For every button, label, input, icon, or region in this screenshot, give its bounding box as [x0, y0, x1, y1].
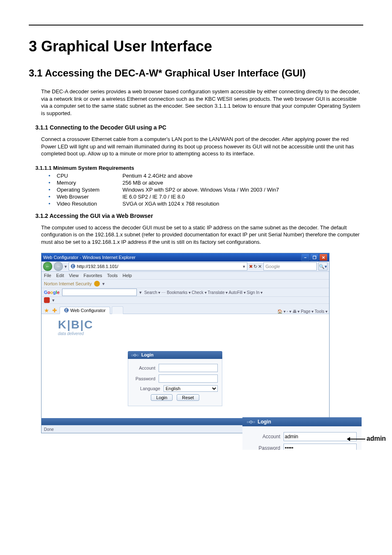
- search-box[interactable]: Google: [263, 262, 317, 271]
- password-label: Password: [132, 376, 159, 381]
- bullet-icon: •: [48, 173, 57, 179]
- menu-tools[interactable]: Tools: [107, 273, 118, 278]
- chapter-title: 3 Graphical User Interface: [29, 38, 363, 55]
- page-tools[interactable]: 🏠 ▾ ▫ ▾ 🖶 ▾ Page ▾ Tools ▾: [277, 309, 327, 314]
- inset-account-label: Account: [247, 434, 284, 439]
- norton-icon[interactable]: [94, 281, 100, 287]
- bullet-icon: •: [48, 180, 57, 186]
- google-logo[interactable]: Google: [44, 290, 60, 295]
- requirement-label: Web Browser: [57, 194, 122, 200]
- tab-bar: ★ ✚ 🅔 Web Configurator 🏠 ▾ ▫ ▾ 🖶 ▾ Page …: [42, 304, 329, 314]
- requirement-label: Video Resolution: [57, 201, 122, 207]
- bullet-icon: •: [48, 201, 57, 207]
- account-input[interactable]: [159, 364, 218, 372]
- requirement-row: • Video Resolution SVGA or XGA with 1024…: [48, 201, 363, 207]
- requirement-value: IE 6.0 SP2 / IE 7.0 / IE 8.0: [122, 194, 363, 200]
- new-tab-button[interactable]: [112, 306, 123, 314]
- back-button[interactable]: ←: [43, 262, 52, 271]
- requirement-value: Pentium 4 2.4GHz and above: [122, 173, 363, 179]
- favorites-star-icon[interactable]: ★: [43, 307, 50, 314]
- password-input[interactable]: [159, 375, 218, 383]
- google-search-box[interactable]: [62, 289, 137, 296]
- requirements-list: • CPU Pentium 4 2.4GHz and above • Memor…: [48, 173, 363, 207]
- requirement-label: Memory: [57, 180, 122, 186]
- requirement-value: 256 MB or above: [122, 180, 363, 186]
- kbc-logo: K|B|C data delivered: [58, 318, 93, 336]
- requirement-row: • CPU Pentium 4 2.4GHz and above: [48, 173, 363, 179]
- reset-button[interactable]: Reset: [177, 394, 199, 401]
- bullet-icon: •: [48, 194, 57, 200]
- inset-password-input[interactable]: [284, 444, 357, 450]
- address-toolbar: ← → ▾ 🅔 http://192.168.1.101/ ▾ ✖↻✕ Goog…: [42, 261, 329, 272]
- subsection-3-1-1-paragraph: Connect a crossover Ethernet cable from …: [41, 136, 363, 157]
- inset-account-input[interactable]: [284, 432, 357, 441]
- browser-window: Web Configurator - Windows Internet Expl…: [41, 253, 330, 433]
- address-url: http://192.168.1.101/: [77, 264, 118, 269]
- intro-paragraph: The DEC-A decoder series provides a web …: [41, 88, 363, 117]
- login-inset-filled: Login Account Password Language English …: [242, 417, 362, 450]
- window-title: Web Configurator - Windows Internet Expl…: [43, 255, 300, 260]
- add-favorite-icon[interactable]: ✚: [51, 307, 58, 314]
- menu-view[interactable]: View: [69, 273, 79, 278]
- subsection-3-1-2-paragraph: The computer used to access the decoder …: [41, 224, 363, 246]
- active-tab[interactable]: 🅔 Web Configurator: [60, 307, 110, 314]
- search-button[interactable]: 🔍▾: [318, 262, 327, 271]
- callout-arrow-icon: [347, 439, 365, 439]
- section-title: 3.1 Accessing the DEC-A-W* Graphical Use…: [29, 67, 363, 79]
- requirement-value: SVGA or XGA with 1024 x 768 resolution: [122, 201, 363, 207]
- google-toolbar: Google ▾ Search ▾ ⋯ Bookmarks ▾ Check ▾ …: [42, 288, 329, 297]
- requirement-value: Windows XP with SP2 or above. Windows Vi…: [122, 187, 363, 193]
- status-text: Done: [44, 427, 54, 432]
- menu-edit[interactable]: Edit: [56, 273, 64, 278]
- login-panel: Login Account Password Language English: [128, 351, 222, 406]
- norton-toolbar: Norton Internet Security ▾: [42, 280, 329, 288]
- login-button[interactable]: Login: [151, 394, 173, 401]
- close-button[interactable]: ✕: [319, 254, 327, 261]
- admin-callout-label: admin: [367, 435, 386, 442]
- menu-file[interactable]: File: [44, 273, 51, 278]
- window-titlebar[interactable]: Web Configurator - Windows Internet Expl…: [42, 253, 329, 261]
- menu-favorites[interactable]: Favorites: [83, 273, 102, 278]
- inset-password-label: Password: [247, 445, 284, 450]
- search-provider-dropdown[interactable]: ✖↻✕: [249, 264, 262, 269]
- requirement-label: CPU: [57, 173, 122, 179]
- snagit-icon[interactable]: [44, 297, 50, 303]
- language-select[interactable]: English: [164, 385, 218, 392]
- bullet-icon: •: [48, 187, 57, 193]
- subsection-3-1-2-title: 3.1.2 Accessing the GUI via a Web Browse…: [35, 213, 363, 219]
- login-header: Login: [128, 351, 222, 359]
- menu-help[interactable]: Help: [122, 273, 132, 278]
- maximize-button[interactable]: ❐: [310, 254, 318, 261]
- norton-label[interactable]: Norton Internet Security: [44, 281, 92, 286]
- forward-button[interactable]: →: [54, 262, 63, 271]
- requirement-row: • Memory 256 MB or above: [48, 180, 363, 186]
- login-inset-header: Login: [242, 417, 362, 426]
- menu-bar: File Edit View Favorites Tools Help: [42, 272, 329, 280]
- language-label: Language: [132, 386, 164, 391]
- tab-favicon-icon: 🅔: [64, 308, 69, 313]
- page-icon: 🅔: [71, 264, 75, 269]
- account-label: Account: [132, 365, 159, 370]
- tab-label: Web Configurator: [70, 308, 106, 313]
- address-bar[interactable]: 🅔 http://192.168.1.101/ ▾: [69, 262, 247, 271]
- requirement-label: Operating System: [57, 187, 122, 193]
- snagit-toolbar: ▾: [42, 297, 329, 304]
- google-tools[interactable]: Search ▾ ⋯ Bookmarks ▾ Check ▾ Translate…: [144, 290, 327, 295]
- subsection-3-1-1-1-title: 3.1.1.1 Minimum System Requirements: [35, 165, 363, 171]
- requirement-row: • Operating System Windows XP with SP2 o…: [48, 187, 363, 193]
- page-content: K|B|C data delivered Login Account Passw…: [42, 314, 329, 425]
- subsection-3-1-1-title: 3.1.1 Connecting to the Decoder GUI usin…: [35, 124, 363, 131]
- minimize-button[interactable]: –: [301, 254, 309, 261]
- requirement-row: • Web Browser IE 6.0 SP2 / IE 7.0 / IE 8…: [48, 194, 363, 200]
